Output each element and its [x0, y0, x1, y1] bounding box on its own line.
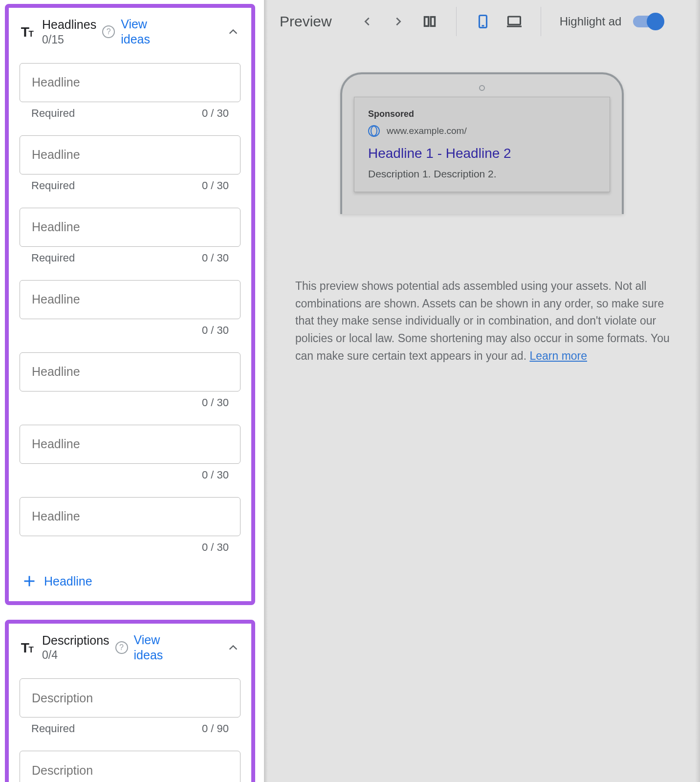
headline-field: 0 / 30	[20, 425, 241, 492]
svg-rect-9	[431, 17, 435, 26]
svg-text:T: T	[28, 645, 34, 654]
field-meta: Required0 / 30	[20, 247, 241, 275]
prev-button[interactable]	[357, 12, 377, 31]
text-icon: TT	[20, 639, 36, 656]
preview-toolbar: Preview Highlight ad	[264, 0, 700, 43]
description-input[interactable]	[20, 751, 241, 782]
headlines-header: TT Headlines 0/15 View ideas	[20, 17, 241, 47]
char-counter: 0 / 90	[202, 722, 229, 735]
char-counter: 0 / 30	[202, 469, 229, 481]
desktop-view-button[interactable]	[504, 12, 524, 31]
field-meta: 0 / 30	[20, 319, 241, 348]
char-counter: 0 / 30	[202, 107, 229, 120]
description-field: Required0 / 90	[20, 751, 241, 782]
descriptions-header: TT Descriptions 0/4 View ideas	[20, 632, 241, 663]
help-icon[interactable]	[102, 25, 115, 38]
side-by-side-icon[interactable]	[420, 12, 439, 31]
descriptions-title: Descriptions	[42, 633, 109, 648]
headline-input[interactable]	[20, 208, 241, 247]
headline-field: 0 / 30	[20, 352, 241, 420]
preview-title: Preview	[280, 13, 332, 30]
headline-input[interactable]	[20, 135, 241, 174]
add-headline-button[interactable]: Headline	[20, 569, 241, 595]
preview-column: Preview Highlight ad Sponsored www.examp…	[264, 0, 700, 782]
add-headline-label: Headline	[44, 574, 92, 588]
phone-speaker-icon	[479, 85, 485, 91]
field-meta: 0 / 30	[20, 464, 241, 492]
required-label: Required	[31, 179, 75, 192]
field-meta: Required0 / 30	[20, 174, 241, 203]
ad-headline: Headline 1 - Headline 2	[368, 146, 596, 161]
field-meta: Required0 / 30	[20, 102, 241, 130]
required-label: Required	[31, 107, 75, 120]
field-meta: 0 / 30	[20, 536, 241, 565]
mobile-view-button[interactable]	[473, 12, 493, 31]
highlight-ad-label: Highlight ad	[560, 15, 622, 28]
char-counter: 0 / 30	[202, 541, 229, 554]
svg-rect-8	[424, 17, 428, 26]
separator	[541, 7, 541, 36]
preview-area: Sponsored www.example.com/ Headline 1 - …	[264, 43, 700, 365]
svg-text:T: T	[28, 29, 34, 39]
headlines-title: Headlines	[42, 17, 96, 32]
char-counter: 0 / 30	[202, 179, 229, 192]
ad-card: Sponsored www.example.com/ Headline 1 - …	[354, 97, 610, 192]
char-counter: 0 / 30	[202, 324, 229, 337]
required-label: Required	[31, 252, 75, 264]
headline-input[interactable]	[20, 497, 241, 536]
required-label: Required	[31, 722, 75, 735]
headline-field: Required0 / 30	[20, 63, 241, 130]
field-meta: Required0 / 90	[20, 717, 241, 746]
ad-url: www.example.com/	[387, 126, 467, 136]
svg-rect-12	[508, 17, 520, 24]
descriptions-count: 0/4	[42, 648, 109, 662]
globe-icon	[368, 125, 380, 137]
headline-input[interactable]	[20, 63, 241, 102]
collapse-toggle[interactable]	[226, 640, 241, 655]
view-ideas-link[interactable]: View ideas	[121, 17, 160, 47]
view-ideas-link[interactable]: View ideas	[134, 632, 173, 663]
text-icon: TT	[20, 23, 36, 40]
headline-field: 0 / 30	[20, 280, 241, 348]
help-icon[interactable]	[115, 641, 128, 654]
preview-disclaimer: This preview shows potential ads assembl…	[295, 278, 684, 365]
headline-field: 0 / 30	[20, 497, 241, 565]
headlines-count: 0/15	[42, 33, 96, 47]
headline-input[interactable]	[20, 425, 241, 464]
char-counter: 0 / 30	[202, 252, 229, 264]
left-column: TT Headlines 0/15 View ideas Required0 /…	[0, 0, 264, 782]
highlight-ad-toggle[interactable]	[633, 13, 664, 30]
learn-more-link[interactable]: Learn more	[529, 349, 587, 362]
plus-icon	[22, 574, 36, 588]
headline-input[interactable]	[20, 352, 241, 391]
headline-input[interactable]	[20, 280, 241, 319]
headline-field: Required0 / 30	[20, 208, 241, 275]
descriptions-panel: TT Descriptions 0/4 View ideas Required0…	[5, 620, 255, 782]
ad-description: Description 1. Description 2.	[368, 168, 596, 180]
headline-field: Required0 / 30	[20, 135, 241, 203]
description-field: Required0 / 90	[20, 678, 241, 746]
sponsored-label: Sponsored	[368, 109, 596, 119]
next-button[interactable]	[389, 12, 408, 31]
field-meta: 0 / 30	[20, 391, 241, 420]
headlines-panel: TT Headlines 0/15 View ideas Required0 /…	[5, 4, 255, 605]
collapse-toggle[interactable]	[226, 24, 241, 39]
separator	[456, 7, 457, 36]
phone-frame: Sponsored www.example.com/ Headline 1 - …	[340, 72, 624, 214]
char-counter: 0 / 30	[202, 396, 229, 409]
description-input[interactable]	[20, 678, 241, 717]
